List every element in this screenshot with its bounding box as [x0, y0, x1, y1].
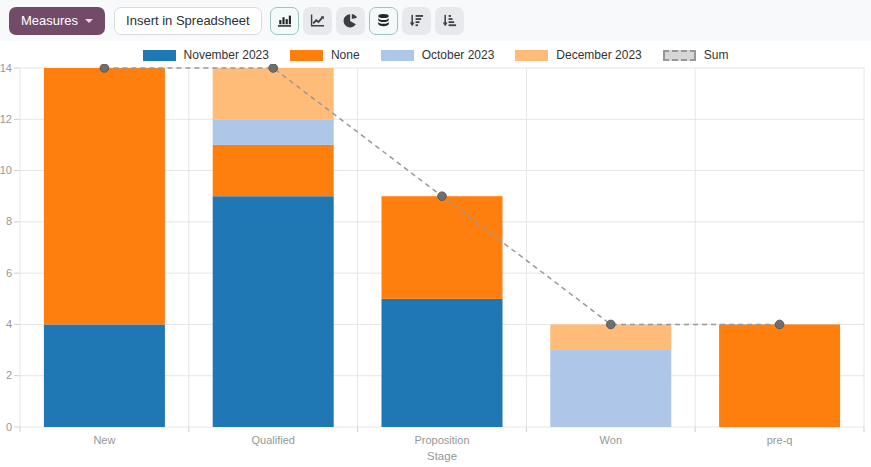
- bar-segment[interactable]: [382, 196, 503, 299]
- legend-label: October 2023: [422, 48, 495, 62]
- legend-color-swatch: [143, 50, 176, 61]
- chevron-down-icon: [85, 19, 93, 23]
- graph-type-button-group: [270, 7, 464, 35]
- pie-chart-icon: [343, 13, 358, 28]
- y-tick-label: 14: [0, 64, 12, 74]
- x-axis-title: Stage: [427, 450, 457, 462]
- legend-color-swatch: [381, 50, 414, 61]
- sum-marker[interactable]: [438, 192, 447, 201]
- bar-chart-icon: [277, 13, 292, 28]
- legend-item[interactable]: November 2023: [143, 48, 269, 62]
- legend-item[interactable]: October 2023: [381, 48, 495, 62]
- bar-segment[interactable]: [44, 324, 165, 427]
- bar-segment[interactable]: [213, 68, 334, 119]
- bar-segment[interactable]: [382, 299, 503, 427]
- stacked-toggle-button[interactable]: [369, 7, 398, 35]
- y-tick-label: 10: [0, 164, 12, 176]
- x-category-label: Proposition: [414, 434, 469, 446]
- sum-marker[interactable]: [269, 64, 278, 72]
- sum-marker[interactable]: [775, 320, 784, 329]
- legend-color-swatch: [515, 50, 548, 61]
- pie-chart-button[interactable]: [336, 7, 365, 35]
- sort-descending-button[interactable]: [402, 7, 431, 35]
- insert-in-spreadsheet-button[interactable]: Insert in Spreadsheet: [114, 7, 262, 35]
- bar-segment[interactable]: [213, 119, 334, 145]
- x-category-label: Won: [600, 434, 622, 446]
- legend-dashed-swatch: [663, 50, 696, 61]
- legend-item[interactable]: Sum: [663, 48, 729, 62]
- graph-view-toolbar: Measures Insert in Spreadsheet: [0, 0, 871, 41]
- x-category-label: pre-q: [767, 434, 793, 446]
- bar-segment[interactable]: [44, 68, 165, 324]
- y-tick-label: 4: [6, 318, 12, 330]
- sum-marker[interactable]: [607, 320, 616, 329]
- legend-label: December 2023: [556, 48, 641, 62]
- y-tick-label: 12: [0, 113, 12, 125]
- chart-area: 02468101214NewQualifiedPropositionWonpre…: [0, 64, 871, 467]
- x-category-label: New: [93, 434, 115, 446]
- line-chart-button[interactable]: [303, 7, 332, 35]
- sort-asc-icon: [442, 13, 457, 28]
- legend-label: Sum: [704, 48, 729, 62]
- bar-segment[interactable]: [213, 196, 334, 427]
- x-category-label: Qualified: [251, 434, 294, 446]
- bar-segment[interactable]: [719, 324, 840, 427]
- y-tick-label: 8: [6, 215, 12, 227]
- bar-chart-button[interactable]: [270, 7, 299, 35]
- y-tick-label: 2: [6, 369, 12, 381]
- measures-label: Measures: [21, 13, 78, 28]
- legend-label: November 2023: [184, 48, 269, 62]
- legend-label: None: [331, 48, 360, 62]
- line-chart-icon: [310, 13, 325, 28]
- sort-desc-icon: [409, 13, 424, 28]
- legend-item[interactable]: December 2023: [515, 48, 641, 62]
- y-tick-label: 0: [6, 421, 12, 433]
- legend-color-swatch: [290, 50, 323, 61]
- bar-segment[interactable]: [550, 350, 671, 427]
- stacked-bar-chart: 02468101214NewQualifiedPropositionWonpre…: [0, 64, 871, 467]
- chart-legend: November 2023NoneOctober 2023December 20…: [0, 46, 871, 64]
- stacked-icon: [376, 13, 391, 28]
- measures-button[interactable]: Measures: [9, 7, 105, 35]
- sum-marker[interactable]: [100, 64, 109, 72]
- sort-ascending-button[interactable]: [435, 7, 464, 35]
- legend-item[interactable]: None: [290, 48, 360, 62]
- y-tick-label: 6: [6, 267, 12, 279]
- bar-segment[interactable]: [213, 145, 334, 196]
